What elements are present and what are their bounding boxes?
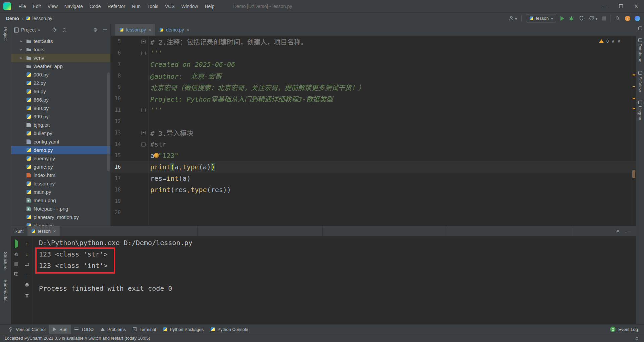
settings-icon[interactable] <box>14 252 19 257</box>
tree-item[interactable]: 999.py <box>11 112 110 121</box>
run-tab[interactable]: lesson <box>28 226 59 236</box>
toolwindow-icon[interactable] <box>638 26 642 30</box>
run-button[interactable] <box>560 16 564 21</box>
tree-item[interactable]: tools <box>11 45 110 54</box>
toolwindow-button[interactable]: Problems <box>97 325 129 334</box>
warning-mark[interactable] <box>633 74 635 75</box>
editor-gutter[interactable]: 7 <box>111 59 148 70</box>
tree-item[interactable]: Notepad++.png <box>11 205 110 213</box>
editor-gutter[interactable]: 17 <box>111 173 148 184</box>
toolwindow-stripe-button[interactable]: Bookmarks <box>3 280 8 301</box>
fold-marker-icon[interactable] <box>141 131 146 135</box>
project-view-selector[interactable]: Project <box>21 27 36 33</box>
search-everywhere-button[interactable] <box>615 15 621 21</box>
tree-item[interactable]: main.py <box>11 188 110 196</box>
prev-warning-icon[interactable] <box>611 39 615 44</box>
menu-item[interactable]: Edit <box>30 0 44 12</box>
code-line[interactable]: 18 print(res,type(res)) <box>111 184 636 195</box>
toolwindow-stripe-button[interactable]: Database <box>638 38 643 62</box>
editor-gutter[interactable]: 9 <box>111 81 148 93</box>
tree-item[interactable]: 888.py <box>11 104 110 112</box>
tree-item[interactable]: 66.py <box>11 87 110 96</box>
tree-item[interactable]: bjhg.txt <box>11 121 110 129</box>
tree-item[interactable]: testSuits <box>11 37 110 45</box>
hide-panel-button[interactable] <box>627 231 631 231</box>
toolwindow-button[interactable]: Terminal <box>129 325 159 334</box>
collapse-all-button[interactable] <box>62 27 67 33</box>
toolwindow-stripe-button[interactable]: Lingma <box>638 101 643 120</box>
toolwindow-button[interactable]: Version Control <box>5 325 49 334</box>
up-stack-icon[interactable]: ↑ <box>26 241 29 246</box>
tree-item[interactable]: weather_app <box>11 62 110 70</box>
tree-item[interactable]: planetary_motion.py <box>11 213 110 221</box>
fold-marker-icon[interactable] <box>141 142 146 147</box>
event-log-button[interactable]: 2 Event Log <box>610 325 644 334</box>
editor-gutter[interactable]: 5 <box>111 36 148 47</box>
code-line[interactable]: 14 #str <box>111 138 636 150</box>
fold-marker-icon[interactable] <box>141 108 146 112</box>
toolwindow-button[interactable]: TODO <box>71 325 97 334</box>
tab-close-icon[interactable] <box>53 228 56 234</box>
coverage-button[interactable] <box>579 15 584 21</box>
project-scrollbar[interactable] <box>107 72 110 171</box>
expand-chevron-icon[interactable] <box>20 39 24 43</box>
breadcrumb-file[interactable]: lesson.py <box>33 16 52 21</box>
tree-item[interactable]: 666.py <box>11 96 110 104</box>
menu-item[interactable]: Code <box>86 0 104 12</box>
code-line[interactable]: 10 Project: Python零基础从入门到精通详细教程3-数据类型 <box>111 93 636 104</box>
editor-gutter[interactable]: 20 <box>111 207 148 218</box>
menu-item[interactable]: File <box>15 0 30 12</box>
tree-item[interactable]: 000.py <box>11 70 110 79</box>
code-line[interactable]: 13 # 3.导入模块 <box>111 127 636 138</box>
editor-gutter[interactable]: 13 <box>111 127 148 138</box>
tab-close-icon[interactable] <box>186 27 190 33</box>
gear-icon[interactable] <box>615 229 621 234</box>
editor-gutter[interactable]: 8 <box>111 70 148 81</box>
editor-tab[interactable]: demo.py <box>155 24 193 36</box>
tree-item[interactable]: menu.png <box>11 196 110 205</box>
code-line[interactable]: 19 <box>111 195 636 207</box>
tree-item[interactable]: demo.py <box>11 146 110 154</box>
stop-button[interactable] <box>602 16 606 20</box>
fold-marker-icon[interactable] <box>141 51 146 55</box>
profiler-button[interactable] <box>589 15 597 21</box>
editor-tab[interactable]: lesson.py <box>115 24 155 36</box>
warning-mark[interactable] <box>633 86 635 87</box>
tree-item[interactable]: game.py <box>11 163 110 171</box>
toolwindow-stripe-button[interactable]: SciView <box>638 71 643 92</box>
code-with-me-button[interactable] <box>508 15 517 21</box>
tree-item[interactable]: enemy.py <box>11 154 110 163</box>
breadcrumb-project[interactable]: Demo <box>6 16 19 21</box>
menu-item[interactable]: VCS <box>162 0 178 12</box>
editor-gutter[interactable]: 6 <box>111 47 148 59</box>
fold-marker-icon[interactable] <box>141 40 146 44</box>
code-line[interactable]: 16 print(a,type(a)) <box>111 161 636 173</box>
code-line[interactable]: 5 # 2.注释：包括记录创建时间，创建人，项目名称。 <box>111 36 636 47</box>
scroll-end-icon[interactable]: ≡ <box>25 272 29 277</box>
warning-mark[interactable] <box>633 108 635 109</box>
editor-gutter[interactable]: 12 <box>111 116 148 127</box>
code-line[interactable]: 9 北京宏哥（微信搜索：北京宏哥，关注宏哥，提前解锁更多测试干货！） <box>111 81 636 93</box>
editor-gutter[interactable]: 11 <box>111 104 148 116</box>
restore-layout-icon[interactable] <box>14 271 19 276</box>
rerun-button[interactable] <box>15 241 18 246</box>
warning-mark[interactable] <box>633 98 635 99</box>
editor-gutter[interactable]: 16 <box>111 161 148 173</box>
tree-item[interactable]: lesson.py <box>11 179 110 188</box>
tree-item[interactable]: bullet.py <box>11 129 110 137</box>
expand-chevron-icon[interactable] <box>20 56 24 60</box>
code-editor[interactable]: 5 # 2.注释：包括记录创建时间，创建人，项目名称。 6 ''' 7 Crea… <box>111 36 636 226</box>
debug-button[interactable] <box>569 15 574 21</box>
code-line[interactable]: 7 Created on 2025-06-06 <box>111 59 636 70</box>
menu-item[interactable]: Run <box>128 0 144 12</box>
stop-button[interactable] <box>14 262 18 266</box>
lock-icon[interactable] <box>635 336 639 341</box>
tab-close-icon[interactable] <box>148 27 151 33</box>
code-line[interactable]: 17 res=int(a) <box>111 173 636 184</box>
inspection-widget[interactable]: 8 <box>599 39 621 44</box>
close-button[interactable] <box>629 0 644 12</box>
editor-gutter[interactable]: 15 <box>111 150 148 161</box>
tree-item[interactable]: config.yaml <box>11 137 110 146</box>
tree-item[interactable]: index.html <box>11 171 110 179</box>
tree-item[interactable]: venv <box>11 54 110 62</box>
